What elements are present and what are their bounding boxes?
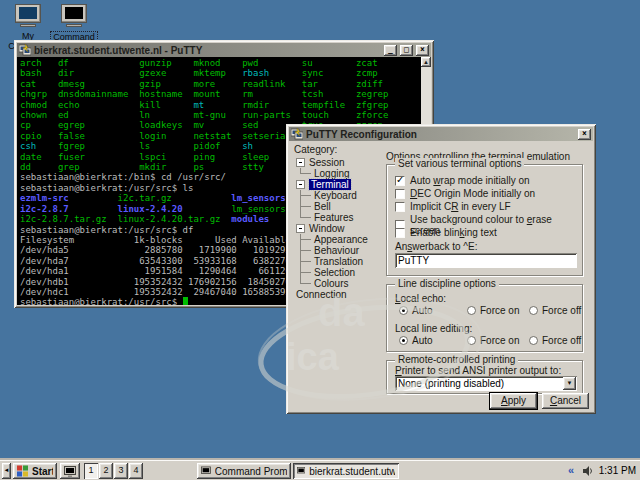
tree-item-label: Window xyxy=(309,223,345,234)
terminal-line: chgrp dnsdomainname hostname mount rm tc… xyxy=(20,89,421,99)
checkbox-implicit-cr-in-every-lf[interactable]: Implicit CR in every LF xyxy=(395,201,511,212)
radio-label: Force on xyxy=(480,305,519,316)
close-icon[interactable]: × xyxy=(578,129,591,140)
tree-item-terminal[interactable]: Terminal xyxy=(296,179,382,190)
tree-item-connection[interactable]: Connection xyxy=(296,289,382,300)
terminal-titlebar[interactable]: bierkrat.student.utwente.nl - PuTTY _ □ … xyxy=(17,43,431,57)
tree-item-translation[interactable]: Translation xyxy=(296,256,382,267)
checkbox-icon[interactable] xyxy=(395,189,405,199)
tree-item-label: Translation xyxy=(314,256,363,267)
radio-group-label: Local line editing: xyxy=(395,323,472,334)
tree-item-label: Terminal xyxy=(309,179,351,190)
tree-item-behaviour[interactable]: Behaviour xyxy=(296,245,382,256)
radio-local-echo-force-off[interactable]: Force off xyxy=(529,305,581,316)
pager-desktop-4[interactable]: 4 xyxy=(129,463,143,479)
terminal-line: bash dir gzexe mktemp rbash sync zcmp xyxy=(20,68,421,78)
cancel-button[interactable]: Cancel xyxy=(542,393,589,409)
radio-local-echo-auto[interactable]: Auto xyxy=(399,305,433,316)
task-label: Command Prompt xyxy=(215,466,287,477)
terminal-title: bierkrat.student.utwente.nl - PuTTY xyxy=(34,45,381,56)
tree-item-appearance[interactable]: Appearance xyxy=(296,234,382,245)
start-button[interactable]: Start xyxy=(13,463,57,479)
checkbox-icon[interactable] xyxy=(395,176,405,186)
tree-item-window[interactable]: Window xyxy=(296,223,382,234)
radio-icon[interactable] xyxy=(529,306,538,315)
tree-item-keyboard[interactable]: Keyboard xyxy=(296,190,382,201)
quicklaunch-terminal-button[interactable] xyxy=(60,463,80,479)
group-legend: Remote-controlled printing xyxy=(395,354,518,365)
collapse-icon[interactable] xyxy=(296,158,305,167)
pager-desktop-1[interactable]: 1 xyxy=(84,463,98,479)
tree-item-label: Session xyxy=(309,157,345,168)
radio-label: Force off xyxy=(542,305,581,316)
radio-icon[interactable] xyxy=(399,336,408,345)
radio-label: Auto xyxy=(412,335,433,346)
terminal-line: cat dmesg gzip more readlink tar zdiff xyxy=(20,79,421,89)
printer-label: Printer to send ANSI printer output to: xyxy=(395,365,561,376)
tree-item-label: Appearance xyxy=(314,234,368,245)
terminal-icon xyxy=(297,466,305,476)
checkbox-icon[interactable] xyxy=(395,228,405,238)
checkbox-label: Enable blinking text xyxy=(410,227,497,238)
checkbox-dec-origin-mode-initially-on[interactable]: DEC Origin Mode initially on xyxy=(395,188,535,199)
pager-desktop-2[interactable]: 2 xyxy=(99,463,113,479)
pager-desktop-3[interactable]: 3 xyxy=(114,463,128,479)
checkbox-label: DEC Origin Mode initially on xyxy=(410,188,535,199)
chevron-down-icon[interactable]: ▼ xyxy=(563,377,576,390)
radio-local-line-editing-auto[interactable]: Auto xyxy=(399,335,433,346)
printer-combobox[interactable]: None (printing disabled) ▼ xyxy=(395,376,577,391)
answerback-label: Answerback to ^E: xyxy=(395,241,478,252)
taskbar-clock: 1:31 PM xyxy=(596,463,636,479)
tree-item-label: Selection xyxy=(314,267,355,278)
terminal-line: chmod echo kill mt rmdir tempfile zfgrep xyxy=(20,100,421,110)
radio-icon[interactable] xyxy=(399,306,408,315)
task-button-command-prompt[interactable]: Command Prompt xyxy=(197,463,291,479)
radio-label: Force off xyxy=(542,335,581,346)
radio-local-line-editing-force-off[interactable]: Force off xyxy=(529,335,581,346)
tree-item-session[interactable]: Session xyxy=(296,157,382,168)
radio-local-echo-force-on[interactable]: Force on xyxy=(467,305,519,316)
radio-icon[interactable] xyxy=(467,306,476,315)
checkbox-enable-blinking-text[interactable]: Enable blinking text xyxy=(395,227,497,238)
tree-item-label: Bell xyxy=(314,201,331,212)
radio-group-label: Local echo: xyxy=(395,293,446,304)
radio-icon[interactable] xyxy=(467,336,476,345)
tree-item-label: Keyboard xyxy=(314,190,357,201)
tree-item-label: Features xyxy=(314,212,353,223)
checkbox-icon[interactable] xyxy=(395,202,405,212)
tree-item-label: Connection xyxy=(296,289,347,300)
radio-local-line-editing-force-on[interactable]: Force on xyxy=(467,335,519,346)
dialog-titlebar[interactable]: PuTTY Reconfiguration × xyxy=(289,127,593,141)
collapse-icon[interactable] xyxy=(296,224,305,233)
checkbox-label: Implicit CR in every LF xyxy=(410,201,511,212)
answerback-input[interactable]: PuTTY xyxy=(395,253,577,268)
maximize-button[interactable]: □ xyxy=(400,45,413,56)
panel-chevron-icon[interactable]: « xyxy=(568,463,574,479)
taskbar: ◄ Start 1234 Command Promptbierkrat.stud… xyxy=(0,460,640,480)
minimize-button[interactable]: _ xyxy=(384,45,397,56)
checkbox-label: Auto wrap mode initially on xyxy=(410,175,530,186)
radio-label: Force on xyxy=(480,335,519,346)
start-logo-icon xyxy=(17,465,28,477)
tree-item-colours[interactable]: Colours xyxy=(296,278,382,289)
group-legend: Line discipline options xyxy=(395,278,499,289)
panel-hide-left-icon[interactable]: ◄ xyxy=(2,463,11,479)
scroll-up-icon[interactable]: ▲ xyxy=(421,57,431,67)
my-computer-icon xyxy=(13,4,43,30)
tree-item-bell[interactable]: Bell xyxy=(296,201,382,212)
close-button[interactable]: × xyxy=(416,45,429,56)
category-label: Category: xyxy=(294,144,337,155)
terminal-line: arch df gunzip mknod pwd su zcat xyxy=(20,58,421,68)
speaker-icon[interactable] xyxy=(582,463,595,479)
radio-icon[interactable] xyxy=(529,336,538,345)
tree-item-features[interactable]: Features xyxy=(296,212,382,223)
command-prompt-icon xyxy=(59,4,89,30)
tree-item-selection[interactable]: Selection xyxy=(296,267,382,278)
apply-button[interactable]: Apply xyxy=(490,393,537,409)
checkbox-auto-wrap-mode-initially-on[interactable]: Auto wrap mode initially on xyxy=(395,175,530,186)
radio-label: Auto xyxy=(412,305,433,316)
task-button-bierkrat-student-utwente-n[interactable]: bierkrat.student.utwente.n xyxy=(293,463,399,479)
tree-item-logging[interactable]: Logging xyxy=(296,168,382,179)
terminal-line: chown ed ln mt-gnu run-parts touch zforc… xyxy=(20,110,421,120)
collapse-icon[interactable] xyxy=(296,180,305,189)
